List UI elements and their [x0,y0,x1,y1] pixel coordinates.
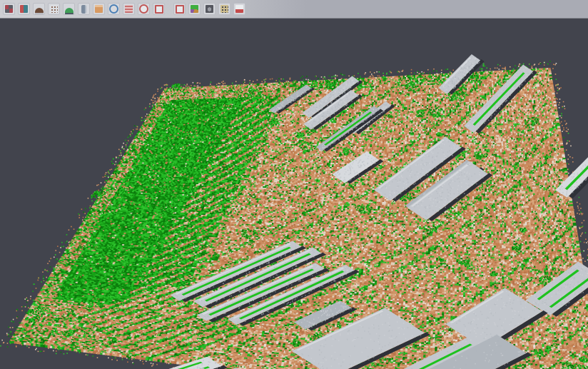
dense-cloud-button[interactable] [48,3,60,15]
point-cloud-canvas[interactable] [0,19,588,369]
build-mesh-button[interactable] [63,3,75,15]
resize-region-icon [155,5,163,14]
globe-reference-button[interactable] [108,3,120,15]
orthomosaic-icon [95,5,103,13]
camera-view-icon [206,5,213,13]
tiled-model-button[interactable] [78,3,90,15]
resize-region-button[interactable] [153,3,165,15]
main-toolbar [0,0,588,19]
flag-tool-button[interactable] [233,3,245,15]
classify-points-icon [191,5,198,13]
build-dem-button[interactable] [33,3,45,15]
classify-ground-button[interactable] [123,3,135,15]
open-project-button[interactable] [3,3,15,15]
tiled-model-icon [81,5,86,14]
flag-tool-icon [235,5,243,13]
classify-points-button[interactable] [188,3,201,15]
orthomosaic-button[interactable] [93,3,105,15]
reset-region-button[interactable] [173,3,186,15]
open-project-icon [5,5,13,13]
align-photos-button[interactable] [18,3,30,15]
model-viewport [0,19,588,369]
reset-region-icon [176,5,184,14]
region-sphere-icon [139,4,148,14]
globe-reference-icon [109,4,118,14]
camera-view-button[interactable] [203,3,216,15]
align-photos-icon [20,5,28,13]
markers-icon [220,5,228,13]
app-window [0,0,588,369]
classify-ground-icon [125,5,133,13]
dense-cloud-icon [50,5,58,13]
build-mesh-icon [65,8,74,13]
build-dem-icon [35,8,44,13]
region-sphere-button[interactable] [138,3,150,15]
markers-button[interactable] [218,3,230,15]
